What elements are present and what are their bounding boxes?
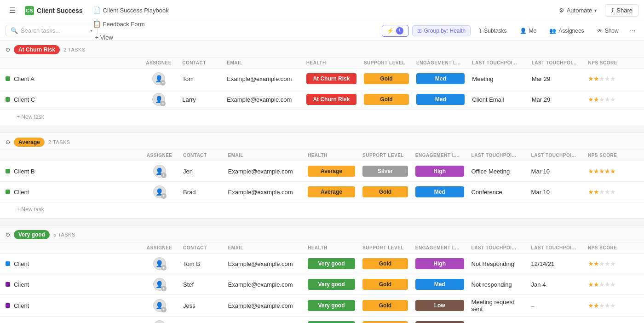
email-cell: Example@example.com [223, 69, 303, 89]
nps-cell: ★★★★★ [584, 274, 644, 295]
table-row[interactable]: Client C 👤 Larry Example@example.com At … [0, 89, 644, 110]
health-status: Very good [308, 300, 355, 311]
filter-button[interactable]: ⚡ 1 [382, 25, 408, 37]
star-empty-icon: ★ [599, 281, 604, 288]
me-button[interactable]: 👤 Me [515, 26, 541, 36]
touchpoint1-cell: Client Email [468, 89, 528, 110]
col-header-touchpoint1: LAST TOUCHPOI... [468, 150, 528, 161]
group-toggle-verygood[interactable]: ⊙ [6, 231, 10, 238]
col-header-support: SUPPORT LEVEL [359, 150, 412, 161]
col-header-contact: CONTACT [179, 150, 224, 161]
col-header-contact: CONTACT [178, 58, 223, 69]
table-row[interactable]: Client B 👤 Jen Example@example.com Avera… [0, 161, 644, 182]
subtasks-button[interactable]: ⤵ Subtasks [474, 26, 511, 36]
nav-tab-renewal[interactable]: ≡Renewal [88, 0, 173, 4]
touchpoint2-cell: – [528, 295, 584, 317]
support-status: Gold [362, 258, 408, 269]
avatar[interactable]: 👤 [153, 320, 166, 323]
more-options-button[interactable]: ··· [627, 25, 638, 37]
app-title: Client Success [37, 7, 83, 14]
health-status: At Churn Risk [306, 73, 356, 84]
col-header-assignee: ASSIGNEE [139, 150, 179, 161]
nav-tabs: ≡Engagement≡Renewal📄Client Success Playb… [88, 0, 173, 45]
support-status: Gold [362, 321, 408, 323]
hamburger-icon[interactable]: ☰ [6, 4, 19, 17]
support-cell: Gold [359, 317, 412, 323]
avatar[interactable]: 👤 [152, 93, 165, 106]
share-button[interactable]: ⤴ Share [605, 4, 638, 17]
search-chevron-icon: ▾ [90, 28, 92, 33]
table-row[interactable]: Client A 👤 Tom Example@example.com At Ch… [0, 69, 644, 89]
health-status: Average [308, 166, 355, 177]
filter-icon: ⚡ [387, 28, 394, 34]
task-dot [6, 76, 10, 81]
engagement-status: Low [415, 300, 464, 311]
avatar[interactable]: 👤 [153, 299, 166, 312]
show-button[interactable]: 👁 Show [592, 26, 623, 36]
col-header-nps: NPS SCORE [584, 58, 644, 69]
new-task-churn[interactable]: + New task [0, 110, 644, 126]
support-cell: Gold [359, 274, 412, 295]
star-empty-icon: ★ [604, 302, 610, 309]
nps-stars: ★★★★★ [588, 281, 640, 288]
support-status: Gold [364, 73, 409, 84]
nps-stars: ★★★★★ [588, 188, 640, 196]
show-icon: 👁 [597, 28, 603, 34]
email-cell: Example@example.com [224, 274, 304, 295]
contact-cell: Larry [178, 89, 223, 110]
email-cell: Example@example.com [224, 295, 304, 317]
assignee-cell: 👤 [139, 69, 178, 89]
task-name-cell: Client C [0, 89, 139, 110]
group-toggle-churn[interactable]: ⊙ [6, 46, 10, 53]
assignees-button[interactable]: 👥 Assignees [545, 26, 588, 36]
task-name-label: Client C [14, 96, 35, 103]
col-header-task [0, 242, 139, 254]
top-nav: ☰ CS Client Success ≡Engagement≡Renewal📄… [0, 0, 644, 21]
me-icon: 👤 [520, 28, 527, 34]
avatar-icon: 👤 [155, 188, 163, 196]
touchpoint1-cell: Not responding [468, 317, 528, 323]
avatar[interactable]: 👤 [153, 257, 166, 270]
nav-tab-playbook[interactable]: 📄Client Success Playbook [88, 4, 173, 17]
contact-cell: Jen [179, 161, 224, 182]
table-row[interactable]: Client 👤 Brad Example@example.com Averag… [0, 182, 644, 202]
star-filled-icon: ★ [593, 75, 599, 82]
engagement-status: Med [416, 73, 465, 84]
support-cell: Gold [359, 182, 412, 202]
table-row[interactable]: Client 👤 Jess Example@example.com Very g… [0, 295, 644, 317]
star-filled-icon: ★ [599, 167, 604, 175]
share-icon: ⤴ [611, 7, 614, 14]
search-box[interactable]: 🔍 Search tasks... ▾ [6, 25, 98, 36]
table-row[interactable]: Client 👤 Tom B Example@example.com Very … [0, 254, 644, 274]
new-task-average[interactable]: + New task [0, 202, 644, 218]
nps-cell: ★★★★★ [584, 69, 644, 89]
avatar[interactable]: 👤 [153, 165, 166, 178]
tab-icon-playbook: 📄 [93, 6, 101, 14]
support-cell: Silver [359, 161, 412, 182]
star-empty-icon: ★ [610, 281, 615, 288]
avatar[interactable]: 👤 [152, 72, 165, 85]
group-toggle-average[interactable]: ⊙ [6, 139, 10, 145]
touchpoint1-cell: Office Meeting [468, 161, 528, 182]
health-status: Average [308, 186, 355, 197]
nav-tab-feedback[interactable]: 📋Feedback Form [88, 17, 173, 31]
nps-cell: ★★★★★ [584, 295, 644, 317]
table-row[interactable]: New Client 👤 Tom A Example@example.com V… [0, 317, 644, 323]
assignee-cell: 👤 [139, 254, 179, 274]
group-task-count-average: 2 TASKS [48, 139, 70, 145]
avatar[interactable]: 👤 [153, 278, 166, 291]
nps-cell: ★★★★★ [584, 161, 644, 182]
col-header-support: SUPPORT LEVEL [359, 242, 412, 254]
avatar[interactable]: 👤 [153, 185, 166, 198]
col-header-task [0, 150, 139, 161]
avatar-icon: 👤 [155, 302, 163, 309]
star-filled-icon: ★ [604, 167, 610, 175]
group-by-button[interactable]: ⊞ Group by: Health [412, 25, 471, 36]
star-empty-icon: ★ [610, 96, 615, 103]
group-task-count-verygood: 5 TASKS [53, 232, 75, 237]
nav-tab-view[interactable]: + View [88, 31, 173, 45]
table-row[interactable]: Client 👤 Stef Example@example.com Very g… [0, 274, 644, 295]
col-header-engagement: ENGAGEMENT L... [412, 242, 468, 254]
col-header-touchpoint2: LAST TOUCHPOI... [528, 150, 584, 161]
automate-button[interactable]: ⚙ Automate ▾ [554, 5, 602, 16]
